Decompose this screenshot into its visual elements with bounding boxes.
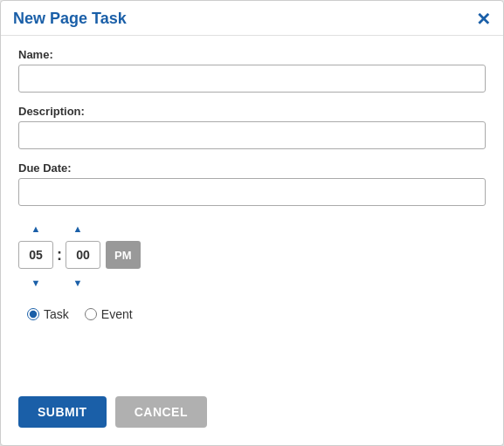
time-colon: : — [57, 246, 62, 264]
task-event-radio-group: Task Event — [27, 307, 486, 321]
dialog-body: Name: Description: Due Date: : PM — [1, 36, 503, 393]
time-arrows-top — [18, 218, 486, 237]
name-label: Name: — [18, 48, 486, 61]
description-label: Description: — [18, 105, 486, 118]
due-date-field-group: Due Date: — [18, 161, 486, 206]
event-radio-text: Event — [101, 307, 133, 321]
minutes-up-button[interactable] — [62, 218, 93, 237]
chevron-up-icon — [31, 221, 41, 235]
dialog-footer: SUBMIT CANCEL — [1, 393, 503, 445]
time-picker: : PM — [18, 218, 486, 292]
hours-input[interactable] — [18, 241, 53, 269]
submit-button[interactable]: SUBMIT — [18, 396, 107, 428]
chevron-up-icon — [73, 221, 83, 235]
new-page-task-dialog: New Page Task ✕ Name: Description: Due D… — [0, 0, 504, 446]
chevron-down-icon — [73, 275, 83, 289]
dialog-title: New Page Task — [13, 10, 127, 28]
name-field-group: Name: — [18, 48, 486, 93]
chevron-down-icon — [31, 275, 41, 289]
minutes-down-button[interactable] — [62, 272, 93, 292]
ampm-button[interactable]: PM — [106, 241, 141, 269]
dialog-header: New Page Task ✕ — [1, 1, 503, 36]
cancel-button[interactable]: CANCEL — [115, 396, 207, 428]
due-date-label: Due Date: — [18, 161, 486, 175]
event-radio[interactable] — [85, 308, 97, 320]
due-date-input[interactable] — [18, 178, 486, 206]
hours-up-button[interactable] — [20, 218, 52, 237]
time-arrows-bottom — [18, 272, 486, 292]
description-input[interactable] — [18, 121, 486, 149]
description-field-group: Description: — [18, 105, 486, 149]
hours-down-button[interactable] — [20, 272, 52, 292]
time-row: : PM — [18, 241, 486, 269]
minutes-input[interactable] — [66, 241, 100, 269]
close-button[interactable]: ✕ — [476, 10, 491, 28]
name-input[interactable] — [18, 65, 486, 93]
task-radio[interactable] — [27, 308, 39, 320]
task-radio-text: Task — [44, 307, 69, 321]
task-radio-label[interactable]: Task — [27, 307, 69, 321]
event-radio-label[interactable]: Event — [85, 307, 133, 321]
